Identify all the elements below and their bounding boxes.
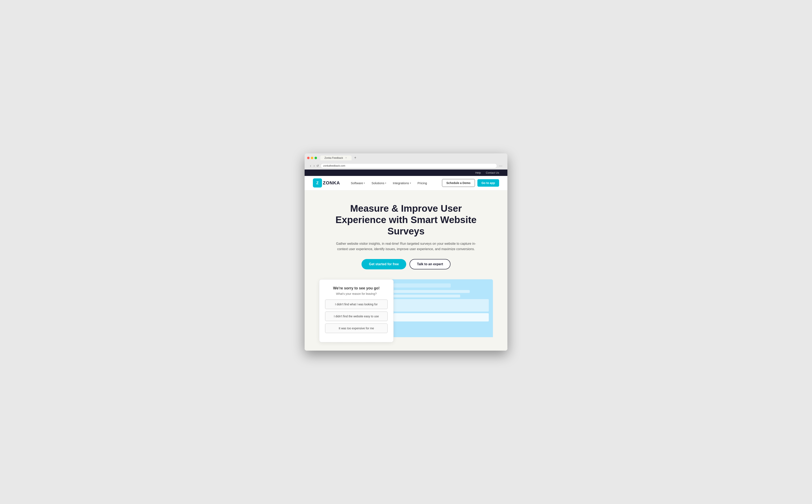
traffic-lights	[307, 157, 317, 159]
go-to-app-button[interactable]: Go to app	[477, 179, 499, 187]
get-started-button[interactable]: Get started for free	[362, 259, 406, 269]
browser-titlebar: Zonka Feedback × +	[307, 155, 505, 160]
browser-window: Zonka Feedback × + ‹ › ↺ zonkafeedback.c…	[305, 153, 507, 351]
integrations-arrow-icon: ▾	[410, 182, 411, 184]
dash-content-2	[394, 295, 460, 297]
address-bar[interactable]: zonkafeedback.com	[321, 163, 497, 168]
dash-content-3	[394, 299, 489, 312]
dash-header-bar	[394, 283, 451, 288]
logo-icon: Z	[313, 178, 322, 188]
nav-solutions[interactable]: Solutions ▾	[369, 180, 389, 186]
pricing-label: Pricing	[418, 181, 427, 185]
tab-close-icon[interactable]: ×	[345, 156, 347, 159]
forward-button[interactable]: ›	[313, 164, 315, 168]
dash-bottom	[394, 313, 489, 321]
minimize-button[interactable]	[311, 157, 313, 159]
maximize-button[interactable]	[315, 157, 317, 159]
nav-actions: Schedule a Demo Go to app	[442, 179, 499, 187]
tab-title: Zonka Feedback	[325, 156, 343, 159]
nav-software[interactable]: Software ▾	[348, 180, 367, 186]
survey-option-2[interactable]: I didn't find the website easy to use	[325, 312, 388, 321]
hero-title: Measure & Improve User Experience with S…	[327, 203, 485, 237]
hero-buttons: Get started for free Talk to an expert	[313, 259, 499, 269]
hero-subtitle: Gather website visitor insights, in real…	[336, 241, 476, 252]
new-tab-icon[interactable]: +	[354, 156, 356, 160]
nav-links: Software ▾ Solutions ▾ Integrations ▾ Pr…	[348, 180, 442, 186]
software-arrow-icon: ▾	[364, 182, 365, 184]
survey-option-3[interactable]: It was too expensive for me	[325, 324, 388, 333]
dash-content-1	[394, 290, 470, 293]
help-link[interactable]: Help	[475, 171, 481, 174]
survey-option-1[interactable]: I didn't find what I was looking for	[325, 300, 388, 309]
survey-card: We're sorry to see you go! What's your r…	[319, 279, 394, 342]
dashboard-preview	[389, 279, 493, 337]
contact-link[interactable]: Contact Us	[486, 171, 499, 174]
software-label: Software	[351, 181, 363, 185]
survey-title: We're sorry to see you go!	[325, 286, 388, 290]
top-bar: Help Contact Us	[305, 170, 507, 176]
address-text: zonkafeedback.com	[323, 164, 345, 167]
solutions-arrow-icon: ▾	[385, 182, 386, 184]
back-button[interactable]: ‹	[309, 164, 312, 168]
more-options-button[interactable]: ⋯	[499, 164, 503, 168]
talk-to-expert-button[interactable]: Talk to an expert	[410, 259, 450, 269]
integrations-label: Integrations	[393, 181, 409, 185]
solutions-label: Solutions	[371, 181, 384, 185]
logo-letter: Z	[316, 181, 319, 185]
browser-toolbar: ‹ › ↺ zonkafeedback.com ⋯	[307, 162, 505, 170]
nav-integrations[interactable]: Integrations ▾	[390, 180, 413, 186]
logo-text: ZONKA	[323, 180, 340, 186]
browser-chrome: Zonka Feedback × + ‹ › ↺ zonkafeedback.c…	[305, 153, 507, 170]
nav-pricing[interactable]: Pricing	[415, 180, 430, 186]
schedule-demo-button[interactable]: Schedule a Demo	[442, 179, 475, 187]
close-button[interactable]	[307, 157, 310, 159]
survey-question: What's your reason for leaving?	[325, 292, 388, 295]
browser-tab[interactable]: Zonka Feedback ×	[320, 155, 352, 160]
main-nav: Z ZONKA Software ▾ Solutions ▾ Integrati…	[305, 176, 507, 190]
refresh-button[interactable]: ↺	[316, 164, 319, 168]
logo[interactable]: Z ZONKA	[313, 178, 340, 188]
site-content: Help Contact Us Z ZONKA Software ▾ Solut…	[305, 170, 507, 351]
nav-buttons: ‹ › ↺	[309, 164, 319, 168]
demo-area: We're sorry to see you go! What's your r…	[313, 279, 499, 342]
hero-section: Measure & Improve User Experience with S…	[305, 190, 507, 351]
